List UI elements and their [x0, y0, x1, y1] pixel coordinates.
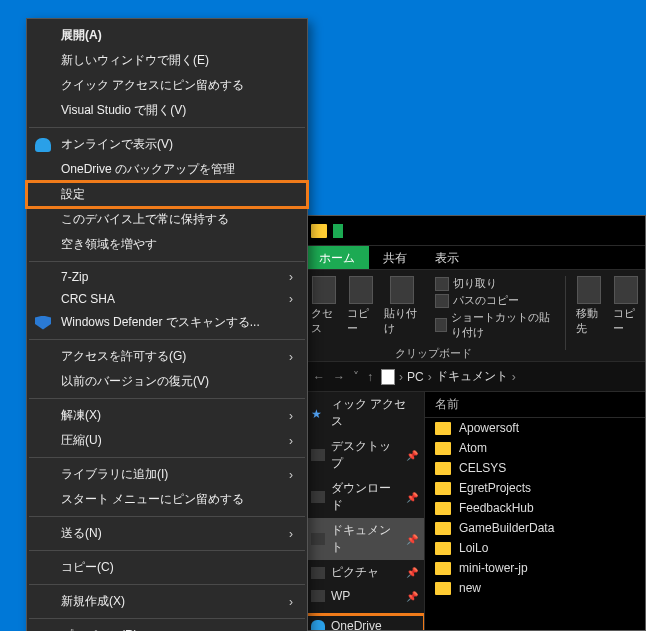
file-row[interactable]: CELSYS: [425, 458, 645, 478]
nav-onedrive[interactable]: OneDrive: [305, 615, 424, 630]
file-name: Apowersoft: [459, 421, 519, 435]
breadcrumb-docs[interactable]: ドキュメント: [436, 368, 508, 385]
breadcrumb[interactable]: › PC › ドキュメント ›: [381, 368, 516, 385]
menu-item[interactable]: 設定: [27, 182, 307, 207]
ribbon-small-buttons: 切り取り パスのコピー ショートカットの貼り付け: [429, 276, 555, 340]
nav-downloads[interactable]: ダウンロード 📌: [305, 476, 424, 518]
file-row[interactable]: LoiLo: [425, 538, 645, 558]
menu-item[interactable]: アクセスを許可する(G)›: [27, 344, 307, 369]
cut-icon: [435, 277, 449, 291]
nav-label: ドキュメント: [331, 522, 400, 556]
menu-item[interactable]: プロパティ(R): [27, 623, 307, 631]
nav-label: WP: [331, 589, 350, 603]
folder-icon: [435, 462, 451, 475]
explorer-window: ドキュメント ホーム 共有 表示 クセス コピー 貼り付け: [304, 215, 646, 631]
ribbon-separator: [565, 276, 566, 350]
menu-item[interactable]: 空き領域を増やす: [27, 232, 307, 257]
submenu-arrow-icon: ›: [289, 350, 293, 364]
paste-shortcut-button[interactable]: ショートカットの貼り付け: [435, 310, 555, 340]
file-name: mini-tower-jp: [459, 561, 528, 575]
file-row[interactable]: EgretProjects: [425, 478, 645, 498]
submenu-arrow-icon: ›: [289, 292, 293, 306]
nav-wp[interactable]: WP 📌: [305, 585, 424, 607]
file-name: FeedbackHub: [459, 501, 534, 515]
pin-to-quick-access-button[interactable]: クセス: [311, 276, 337, 340]
folder-icon: [435, 422, 451, 435]
copy-to-icon: [614, 276, 638, 304]
file-name: LoiLo: [459, 541, 488, 555]
menu-item[interactable]: 展開(A): [27, 23, 307, 48]
nav-desktop[interactable]: デスクトップ 📌: [305, 434, 424, 476]
menu-item[interactable]: Visual Studio で開く(V): [27, 98, 307, 123]
column-header-name[interactable]: 名前: [425, 392, 645, 418]
menu-item-label: 設定: [61, 186, 85, 203]
ribbon: クセス コピー 貼り付け 切り取り パスの: [305, 270, 645, 362]
tab-view[interactable]: 表示: [421, 246, 473, 269]
pin-icon: 📌: [406, 492, 418, 503]
history-dropdown[interactable]: ˅: [353, 370, 359, 384]
menu-item[interactable]: 新しいウィンドウで開く(E): [27, 48, 307, 73]
folder-icon: [435, 582, 451, 595]
menu-item[interactable]: クイック アクセスにピン留めする: [27, 73, 307, 98]
menu-item-label: プロパティ(R): [61, 627, 138, 631]
copy-path-button[interactable]: パスのコピー: [435, 293, 555, 308]
menu-item[interactable]: 送る(N)›: [27, 521, 307, 546]
forward-button[interactable]: →: [333, 370, 345, 384]
menu-item[interactable]: OneDrive のバックアップを管理: [27, 157, 307, 182]
copy-to-button[interactable]: コピー: [613, 276, 639, 336]
menu-item[interactable]: 7-Zip›: [27, 266, 307, 288]
menu-item[interactable]: スタート メニューにピン留めする: [27, 487, 307, 512]
breadcrumb-pc[interactable]: PC: [407, 370, 424, 384]
file-row[interactable]: Atom: [425, 438, 645, 458]
crumb-sep: ›: [512, 370, 516, 384]
paste-button[interactable]: 貼り付け: [384, 276, 419, 340]
nav-documents[interactable]: ドキュメント 📌: [305, 518, 424, 560]
file-row[interactable]: FeedbackHub: [425, 498, 645, 518]
shield-icon: [35, 316, 51, 330]
file-row[interactable]: mini-tower-jp: [425, 558, 645, 578]
back-button[interactable]: ←: [313, 370, 325, 384]
up-button[interactable]: ↑: [367, 370, 373, 384]
menu-separator: [29, 618, 305, 619]
menu-item-label: クイック アクセスにピン留めする: [61, 77, 244, 94]
ribbon-label: クセス: [311, 306, 337, 336]
pin-icon: 📌: [406, 567, 418, 578]
menu-item[interactable]: 以前のバージョンの復元(V): [27, 369, 307, 394]
menu-item-label: 送る(N): [61, 525, 102, 542]
menu-item[interactable]: コピー(C): [27, 555, 307, 580]
menu-item-label: オンラインで表示(V): [61, 136, 173, 153]
submenu-arrow-icon: ›: [289, 527, 293, 541]
ribbon-group-name: クリップボード: [395, 346, 472, 361]
menu-item[interactable]: 新規作成(X)›: [27, 589, 307, 614]
navigation-pane: ★ ィック アクセス デスクトップ 📌 ダウンロード 📌 ドキュメント 📌 ピク…: [305, 392, 425, 630]
menu-separator: [29, 457, 305, 458]
menu-item[interactable]: このデバイス上で常に保持する: [27, 207, 307, 232]
menu-item-label: CRC SHA: [61, 292, 115, 306]
cloud-icon: [311, 620, 325, 630]
nav-pictures[interactable]: ピクチャ 📌: [305, 560, 424, 585]
menu-item[interactable]: CRC SHA›: [27, 288, 307, 310]
ribbon-color-stripe: [333, 224, 343, 238]
menu-item[interactable]: 解凍(X)›: [27, 403, 307, 428]
crumb-sep: ›: [399, 370, 403, 384]
copy-button[interactable]: コピー: [347, 276, 373, 340]
folder-icon: [435, 522, 451, 535]
menu-item[interactable]: ライブラリに追加(I)›: [27, 462, 307, 487]
pin-icon: 📌: [406, 534, 418, 545]
menu-item-label: アクセスを許可する(G): [61, 348, 186, 365]
file-row[interactable]: GameBuilderData: [425, 518, 645, 538]
file-row[interactable]: new: [425, 578, 645, 598]
nav-quick-access[interactable]: ★ ィック アクセス: [305, 392, 424, 434]
file-row[interactable]: Apowersoft: [425, 418, 645, 438]
menu-item[interactable]: 圧縮(U)›: [27, 428, 307, 453]
tab-home[interactable]: ホーム: [305, 246, 369, 269]
move-to-button[interactable]: 移動先: [576, 276, 602, 336]
menu-item[interactable]: オンラインで表示(V): [27, 132, 307, 157]
menu-item-label: 解凍(X): [61, 407, 101, 424]
menu-item[interactable]: Windows Defender でスキャンする...: [27, 310, 307, 335]
ribbon-group-organize: 移動先 コピー: [570, 276, 645, 336]
tab-share[interactable]: 共有: [369, 246, 421, 269]
ribbon-label: 貼り付け: [384, 306, 419, 336]
cut-button[interactable]: 切り取り: [435, 276, 555, 291]
submenu-arrow-icon: ›: [289, 434, 293, 448]
